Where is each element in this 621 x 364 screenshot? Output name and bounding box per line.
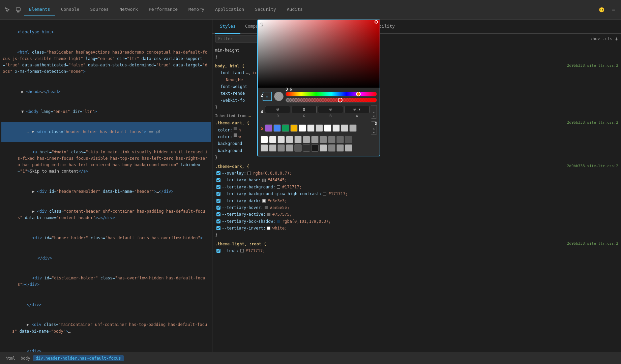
- tab-console[interactable]: Console: [56, 3, 84, 16]
- more-options-icon[interactable]: ⋯: [609, 5, 618, 14]
- swatch-verydark[interactable]: [303, 144, 310, 152]
- css-var-tertiary-hover-checkbox[interactable]: [216, 206, 220, 210]
- swatch-swatch-tinted[interactable]: [286, 144, 293, 152]
- swatch-tertiary-invert[interactable]: [267, 226, 270, 230]
- swatch-white1[interactable]: [299, 124, 306, 132]
- swatch-tertiary-bg-glow[interactable]: [323, 192, 326, 195]
- tab-network[interactable]: Network: [115, 3, 143, 16]
- css-var-tertiary-dark-checkbox[interactable]: [216, 199, 220, 203]
- hue-slider[interactable]: [286, 92, 377, 96]
- swatch-lgray8[interactable]: [345, 144, 352, 152]
- color-swatch-1[interactable]: [234, 127, 237, 130]
- swatch-gray2[interactable]: [341, 124, 348, 132]
- css-var-tertiary-active-checkbox[interactable]: [216, 212, 220, 216]
- swatch-darkgray3[interactable]: [336, 136, 344, 143]
- swatch-white3[interactable]: [261, 136, 268, 143]
- swatch-purple[interactable]: [265, 124, 272, 132]
- tab-security[interactable]: Security: [250, 3, 281, 16]
- css-var-tertiary-box-shadow-checkbox[interactable]: [216, 219, 220, 223]
- swatch-darkgray2[interactable]: [328, 136, 335, 143]
- swatch-lightgray2[interactable]: [332, 124, 340, 132]
- html-tag-line[interactable]: <html class="hasSidebar hasPageActions h…: [1, 42, 211, 82]
- css-source-body-html[interactable]: 2d9bb338.site-ltr.css:2: [567, 63, 618, 69]
- breadcrumb-html[interactable]: html: [3, 355, 18, 361]
- rgba-increment-btn[interactable]: ▲: [371, 110, 377, 114]
- swatch-tertiary-dark[interactable]: [262, 199, 266, 203]
- swatch-medgray3[interactable]: [303, 136, 310, 143]
- opacity-slider[interactable]: [286, 98, 377, 102]
- swatch-lightgray1[interactable]: [307, 124, 315, 132]
- rgba-a-input[interactable]: [345, 106, 369, 113]
- swatch-tertiary-base[interactable]: [262, 179, 266, 182]
- swatch-white4[interactable]: [269, 136, 276, 143]
- swatch-lgray5[interactable]: [261, 144, 268, 152]
- swatch-blue[interactable]: [273, 124, 281, 132]
- cursor-icon[interactable]: [3, 5, 12, 14]
- color-gradient-canvas[interactable]: 1: [258, 20, 380, 88]
- tab-elements[interactable]: Elements: [24, 3, 55, 16]
- swatch-dark5[interactable]: [294, 144, 302, 152]
- swatch-tertiary-active[interactable]: [267, 213, 270, 216]
- rgba-g-input[interactable]: [292, 106, 317, 113]
- header-area-holder-line[interactable]: ▶ <div id="headerAreaHolder" data-bi-nam…: [1, 182, 211, 202]
- swatch-dgray5[interactable]: [277, 144, 285, 152]
- swatches-up-btn[interactable]: ▲: [371, 126, 377, 130]
- swatch-medgray2[interactable]: [294, 136, 302, 143]
- body-line[interactable]: ▼ <body lang="en-us" dir="ltr">: [1, 102, 211, 122]
- smiley-icon[interactable]: 🙂: [597, 5, 606, 14]
- swatch-tertiary-box-shadow[interactable]: [277, 220, 280, 223]
- css-var-tertiary-invert-checkbox[interactable]: [216, 226, 220, 230]
- picker-mode-btn[interactable]: ✏: [263, 92, 272, 101]
- breadcrumb-body[interactable]: body: [18, 355, 33, 361]
- color-preview-swatch[interactable]: [274, 92, 284, 101]
- swatch-gray1[interactable]: [316, 124, 323, 132]
- swatch-darkgray1[interactable]: [320, 136, 327, 143]
- content-header-line[interactable]: ▶ <div class="content-header uhf-contain…: [1, 202, 211, 228]
- rgba-r-input[interactable]: [265, 106, 290, 113]
- skip-link-line[interactable]: <a href="#main" class="skip-to-main-link…: [1, 142, 211, 181]
- css-themedark1-source[interactable]: 2d9bb338.site-ltr.css:2: [567, 120, 618, 126]
- tab-audits[interactable]: Audits: [282, 3, 307, 16]
- swatch-dgray6[interactable]: [328, 144, 335, 152]
- css-var-tertiary-bg-glow-checkbox[interactable]: [216, 192, 220, 196]
- swatch-black1[interactable]: [311, 144, 319, 152]
- swatch-gray3[interactable]: [286, 136, 293, 143]
- css-themelight-source[interactable]: 2d9bb338.site-ltr.css:2: [567, 241, 618, 247]
- swatch-lgray6[interactable]: [269, 144, 276, 152]
- tab-styles[interactable]: Styles: [215, 20, 240, 34]
- tab-sources[interactable]: Sources: [85, 3, 113, 16]
- swatches-down-btn[interactable]: ▼: [371, 130, 377, 134]
- swatch-medgray4[interactable]: [311, 136, 319, 143]
- swatch-darkgray4[interactable]: [345, 136, 352, 143]
- add-rule-btn[interactable]: +: [615, 36, 618, 42]
- device-icon[interactable]: [13, 5, 23, 14]
- pseudo-hover-btn[interactable]: :hov: [590, 36, 600, 41]
- css-var-tertiary-base-checkbox[interactable]: [216, 178, 220, 182]
- css-themedark2-source[interactable]: 2d9bb338.site-ltr.css:2: [567, 163, 618, 170]
- color-swatch-2[interactable]: [234, 133, 237, 137]
- pseudo-cls-btn[interactable]: .cls: [602, 36, 612, 41]
- css-var-overlay-checkbox[interactable]: [216, 171, 220, 175]
- css-text-var-checkbox[interactable]: [216, 249, 220, 253]
- main-container-line[interactable]: ▶ <div class="mainContainer uhf-containe…: [1, 315, 211, 341]
- banner-holder-line[interactable]: <div id="banner-holder" class="has-defau…: [1, 228, 211, 248]
- swatch-yellow[interactable]: [290, 124, 298, 132]
- swatch-tertiary-bg[interactable]: [277, 185, 280, 189]
- head-line[interactable]: ▶ <head>…</head>: [1, 82, 211, 102]
- swatch-green[interactable]: [282, 124, 289, 132]
- swatch-tinted2[interactable]: [336, 144, 344, 152]
- swatch-white2[interactable]: [324, 124, 331, 132]
- rgba-b-input[interactable]: [318, 106, 343, 113]
- swatch-text-var[interactable]: [240, 249, 244, 252]
- swatch-overlay[interactable]: [247, 172, 251, 175]
- swatch-tertiary-hover[interactable]: [265, 206, 268, 209]
- swatch-lightgray3[interactable]: [277, 136, 285, 143]
- swatch-medgray1[interactable]: [349, 124, 357, 132]
- css-var-tertiary-bg-checkbox[interactable]: [216, 185, 220, 189]
- tab-application[interactable]: Application: [210, 3, 249, 16]
- swatch-lgray7[interactable]: [320, 144, 327, 152]
- disclaimer-holder-line[interactable]: <div id="disclaimer-holder" class="has-o…: [1, 268, 211, 295]
- breadcrumb-div[interactable]: div.header-holder.has-default-focus: [33, 355, 124, 361]
- tab-memory[interactable]: Memory: [184, 3, 209, 16]
- tab-performance[interactable]: Performance: [144, 3, 182, 16]
